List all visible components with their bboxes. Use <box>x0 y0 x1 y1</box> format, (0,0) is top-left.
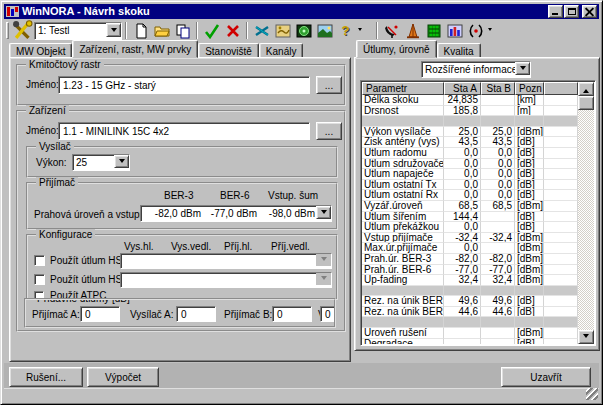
receiver-a-label: Přijímač A: <box>32 309 80 321</box>
table-row[interactable]: Drsnost185,8[m] <box>362 106 578 117</box>
table-row[interactable]: Útlum sdružovače0,00,0[dB] <box>362 159 578 170</box>
table-row[interactable] <box>362 286 578 297</box>
minimize-button[interactable] <box>548 5 563 18</box>
hst-a-dropdown[interactable] <box>316 254 331 266</box>
raster-name-field[interactable]: 1.23 - 15 GHz - starý <box>58 76 310 94</box>
col-header-sta-a[interactable]: Sta A <box>444 82 481 95</box>
table-row[interactable]: Útlum ostatní Rx0,00,0[dB] <box>362 190 578 201</box>
receiver-b-field[interactable]: 0 <box>272 306 312 322</box>
table-row[interactable] <box>362 116 578 127</box>
compute-button[interactable]: Výpočet <box>87 367 159 387</box>
terrain-icon[interactable] <box>293 21 314 40</box>
title-bar[interactable]: WinNORA - Návrh skoku <box>4 4 599 19</box>
table-row[interactable]: Útlum radomu0,00,0[dB] <box>362 148 578 159</box>
confirm-check-icon[interactable] <box>201 21 222 40</box>
channel-grid-icon[interactable] <box>423 21 444 40</box>
scrollbar-thumb[interactable] <box>578 96 594 110</box>
device-name-field[interactable]: 1.1 - MINILINK 15C 4x2 <box>58 122 310 140</box>
tab-kanaly[interactable]: Kanály <box>259 43 304 58</box>
threshold-values-field[interactable]: -82,0 dBm -77,0 dBm -98,0 dBm <box>140 205 332 222</box>
tab-zarizeni-rastr-mw-prvky[interactable]: Zařízení, rastr, MW prvky <box>72 40 198 58</box>
table-row[interactable]: Up-fading32,432,4[dBm] <box>362 275 578 286</box>
pattern-dropdown-icon[interactable] <box>486 21 494 40</box>
tools-icon[interactable] <box>12 21 34 40</box>
interference-button[interactable]: Rušení... <box>9 367 83 387</box>
table-row[interactable]: Vstup přijímače-32,4-32,4[dBm] <box>362 233 578 244</box>
help-icon[interactable]: ? <box>335 21 356 40</box>
resize-grip[interactable] <box>586 388 598 400</box>
chevron-down-icon <box>520 66 526 73</box>
additional-losses-title: Přídavné útlumy [dB] <box>34 298 133 304</box>
satellite-dish-icon[interactable] <box>381 21 402 40</box>
table-row[interactable]: Prah.úr. BER-6-77,0-77,0[dBm] <box>362 265 578 276</box>
info-mode-selector[interactable]: Rozšířené informace <box>421 61 531 78</box>
info-mode-dropdown[interactable] <box>515 62 530 75</box>
scroll-down-button[interactable] <box>578 330 594 344</box>
scroll-up-button[interactable] <box>578 82 594 96</box>
hst-b-combobox[interactable] <box>120 272 332 288</box>
copy-icon[interactable] <box>172 21 193 40</box>
col-header-pozn[interactable]: Pozn <box>515 82 544 95</box>
table-scrollbar[interactable] <box>578 82 594 344</box>
table-row[interactable]: Rez. na únik BER-349,649,6[dB] <box>362 296 578 307</box>
table-row[interactable]: Útlum překážkou0,0[dB] <box>362 222 578 233</box>
project-selector-dropdown[interactable] <box>106 23 121 37</box>
table-row[interactable]: Úroveň rušení[dBm] <box>362 328 578 339</box>
sta-a-cell <box>444 328 481 339</box>
antenna-icon[interactable] <box>402 21 423 40</box>
project-selector[interactable]: 1: Testl <box>34 22 122 40</box>
map-icon[interactable] <box>272 21 293 40</box>
table-row[interactable]: Útlum ostatní Tx0,00,0[dB] <box>362 180 578 191</box>
hst-b-checkbox[interactable] <box>34 274 45 285</box>
table-row[interactable]: Útlum napaječe0,00,0[dB] <box>362 169 578 180</box>
power-dropdown[interactable] <box>114 155 129 168</box>
param-cell: Útlum šířením <box>362 212 444 223</box>
close-icon <box>585 8 594 16</box>
new-icon[interactable] <box>130 21 151 40</box>
transmitter-a-field[interactable]: 0 <box>176 306 216 322</box>
table-row[interactable]: Max.úr.přijímače0,0[dBm] <box>362 243 578 254</box>
profile-cross-icon[interactable] <box>251 21 272 40</box>
tab-mw-objekt[interactable]: MW Objekt <box>9 43 72 58</box>
antenna-pattern-icon[interactable] <box>465 21 486 40</box>
toolbar-grip[interactable] <box>6 22 9 39</box>
image-icon[interactable] <box>314 21 335 40</box>
hst-a-combobox[interactable] <box>120 253 332 269</box>
table-row[interactable]: Útlum šířením144,4[dB] <box>362 212 578 223</box>
device-browse-button[interactable]: ... <box>316 122 342 140</box>
table-row[interactable]: Výkon vysílače25,025,0[dBm] <box>362 127 578 138</box>
close-dialog-button[interactable]: Uzavřít <box>501 367 591 387</box>
col-header-parametr[interactable]: Parametr <box>362 82 444 95</box>
threshold-dropdown[interactable] <box>316 206 331 219</box>
raster-browse-button[interactable]: ... <box>316 76 342 94</box>
param-cell: Rez. na únik BER-3 <box>362 296 444 307</box>
table-row[interactable]: Vyzář.úroveň68,568,5[dBm] <box>362 201 578 212</box>
table-row[interactable] <box>362 317 578 328</box>
delete-x-icon[interactable] <box>222 21 243 40</box>
open-folder-icon[interactable] <box>151 21 172 40</box>
blank-cell <box>544 317 578 328</box>
hst-b-dropdown[interactable] <box>316 273 331 285</box>
spectrum-chart-icon[interactable] <box>444 21 465 40</box>
tab-utlumy-urovne[interactable]: Útlumy, úrovně <box>356 40 437 58</box>
receiver-a-field[interactable]: 0 <box>80 306 120 322</box>
table-row[interactable]: Degradace[dB] <box>362 339 578 344</box>
help-dropdown-icon[interactable] <box>356 21 364 40</box>
close-button[interactable] <box>582 5 597 18</box>
sta-a-cell: 25,0 <box>444 127 481 138</box>
maximize-button[interactable] <box>564 5 579 18</box>
sta-b-cell <box>481 243 515 254</box>
table-row[interactable]: Zisk antény (vys)43,543,5[dB] <box>362 137 578 148</box>
transmitter-b-field[interactable]: 0 <box>320 306 336 322</box>
tab-stanoviste[interactable]: Stanoviště <box>198 43 259 58</box>
col-header-sta-b[interactable]: Sta B <box>481 82 515 95</box>
sta-a-cell: 0,0 <box>444 169 481 180</box>
param-cell: Rez. na únik BER-6 <box>362 307 444 318</box>
hst-a-checkbox[interactable] <box>34 255 45 266</box>
table-row[interactable]: Prah.úr. BER-3-82,0-82,0[dBm] <box>362 254 578 265</box>
table-row[interactable]: Rez. na únik BER-644,644,6[dB] <box>362 307 578 318</box>
power-selector[interactable]: 25 <box>72 154 130 171</box>
tab-kvalita[interactable]: Kvalita <box>437 43 481 58</box>
sta-b-cell <box>481 328 515 339</box>
table-row[interactable]: Délka skoku24,835[km] <box>362 95 578 106</box>
